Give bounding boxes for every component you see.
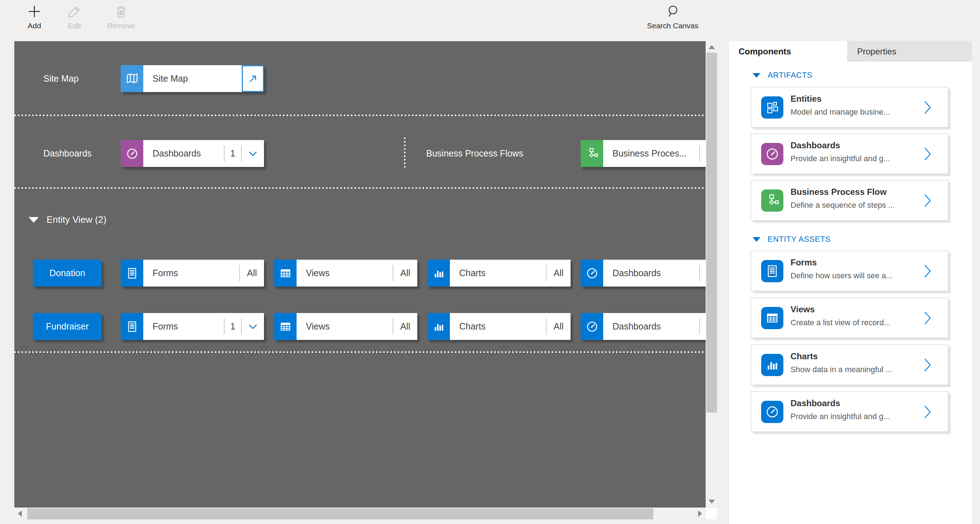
- trash-icon: [94, 4, 148, 20]
- scrollbar-corner: [706, 508, 717, 519]
- tile-title: Dashboards: [603, 260, 699, 287]
- tab-components[interactable]: Components: [729, 41, 847, 62]
- tile-title: Views: [297, 260, 393, 287]
- chevron-right-icon[interactable]: [924, 311, 932, 327]
- toolbar: Add Edit Remove Search Canvas: [0, 0, 980, 41]
- card-charts[interactable]: Charts Show data in a meaningful ...: [751, 344, 948, 385]
- tile-title: Forms: [143, 260, 239, 287]
- vertical-scrollbar[interactable]: [706, 41, 717, 508]
- tile-value: All: [393, 260, 417, 287]
- tile-value: All: [240, 260, 264, 287]
- separator-dotted: [14, 351, 706, 353]
- entity-view-header[interactable]: Entity View (2): [29, 214, 107, 225]
- designer-canvas: Site Map Site Map Dashboards Dashboards …: [14, 41, 706, 508]
- tile-title: Forms: [143, 313, 224, 340]
- open-designer-button[interactable]: [242, 65, 264, 92]
- entities-icon: [761, 96, 783, 119]
- dashboards-row-label: Dashboards: [43, 148, 92, 159]
- tab-properties[interactable]: Properties: [847, 41, 972, 62]
- card-business-process-flow[interactable]: Business Process Flow Define a sequence …: [751, 180, 948, 221]
- card-forms[interactable]: Forms Define how users will see a...: [751, 251, 948, 291]
- card-dashboards-artifact[interactable]: Dashboards Provide an insightful and g..…: [751, 134, 948, 174]
- bpf-row-label: Business Process Flows: [426, 148, 523, 159]
- tile-value: All: [547, 313, 571, 340]
- scroll-left-arrow[interactable]: [18, 510, 22, 517]
- triangle-down-icon: [752, 73, 760, 78]
- card-title: Dashboards: [791, 140, 840, 150]
- horizontal-scrollbar-thumb[interactable]: [27, 508, 653, 519]
- chevron-right-icon[interactable]: [924, 147, 932, 162]
- chevron-right-icon[interactable]: [924, 100, 932, 116]
- table-icon: [274, 313, 297, 340]
- scroll-right-arrow[interactable]: [698, 510, 702, 517]
- chevron-down-icon[interactable]: [242, 140, 264, 167]
- card-views[interactable]: Views Create a list view of record...: [751, 298, 948, 338]
- artifacts-section-header[interactable]: ARTIFACTS: [752, 70, 812, 80]
- search-canvas-label: Search Canvas: [646, 21, 700, 30]
- chevron-down-icon[interactable]: [242, 313, 264, 340]
- components-panel: Components Properties ARTIFACTS Entities…: [728, 41, 980, 524]
- card-desc: Define a sequence of steps ...: [791, 201, 895, 210]
- pencil-icon: [48, 4, 101, 20]
- card-title: Entities: [791, 94, 822, 104]
- chevron-right-icon[interactable]: [924, 264, 932, 280]
- scroll-down-arrow[interactable]: [708, 500, 715, 503]
- chevron-right-icon[interactable]: [924, 193, 932, 209]
- triangle-down-icon: [752, 237, 760, 242]
- fundraiser-dashboards-tile[interactable]: Dashboards All: [581, 313, 706, 340]
- sitemap-tile-title: Site Map: [143, 65, 242, 92]
- form-icon: [121, 313, 143, 340]
- fundraiser-forms-tile[interactable]: Forms 1: [121, 313, 264, 340]
- edit-button[interactable]: Edit: [48, 4, 101, 30]
- scroll-up-arrow[interactable]: [708, 45, 715, 49]
- entity-button-donation[interactable]: Donation: [33, 260, 102, 287]
- entity-button-fundraiser[interactable]: Fundraiser: [33, 313, 102, 340]
- card-dashboards-asset[interactable]: Dashboards Provide an insightful and g..…: [751, 392, 948, 432]
- entity-assets-header-label: ENTITY ASSETS: [768, 234, 830, 244]
- card-desc: Provide an insightful and g...: [791, 154, 890, 163]
- bar-chart-icon: [427, 313, 450, 340]
- card-entities[interactable]: Entities Model and manage busine...: [751, 87, 948, 127]
- sitemap-tile[interactable]: Site Map: [121, 65, 264, 92]
- donation-dashboards-tile[interactable]: Dashboards All: [581, 260, 706, 287]
- fundraiser-views-tile[interactable]: Views All: [274, 313, 417, 340]
- card-desc: Define how users will see a...: [791, 271, 892, 280]
- bar-chart-icon: [427, 260, 450, 287]
- gauge-icon: [761, 143, 783, 165]
- panel-tabs: Components Properties: [729, 41, 980, 62]
- separator-dotted: [14, 187, 706, 189]
- flow-icon: [761, 190, 783, 212]
- card-desc: Show data in a meaningful ...: [791, 365, 892, 374]
- donation-charts-tile[interactable]: Charts All: [427, 260, 571, 287]
- bpf-tile-value: All: [700, 140, 706, 167]
- card-title: Dashboards: [791, 398, 840, 408]
- chevron-right-icon[interactable]: [924, 405, 932, 420]
- dashboards-tile[interactable]: Dashboards 1: [121, 140, 264, 167]
- search-canvas-button[interactable]: Search Canvas: [646, 4, 700, 30]
- vertical-scrollbar-thumb[interactable]: [706, 53, 717, 413]
- gauge-icon: [761, 401, 783, 423]
- sitemap-row-label: Site Map: [43, 73, 79, 84]
- bpf-tile-title: Business Proces...: [603, 140, 699, 167]
- search-icon: [646, 4, 700, 20]
- map-icon: [121, 65, 143, 92]
- card-desc: Model and manage busine...: [791, 107, 890, 117]
- card-title: Business Process Flow: [791, 187, 886, 197]
- chevron-right-icon[interactable]: [924, 358, 932, 374]
- gauge-icon: [121, 140, 143, 167]
- table-icon: [274, 260, 297, 287]
- bpf-tile[interactable]: Business Proces... All: [581, 140, 706, 167]
- fundraiser-charts-tile[interactable]: Charts All: [427, 313, 571, 340]
- donation-views-tile[interactable]: Views All: [274, 260, 417, 287]
- remove-button[interactable]: Remove: [94, 4, 148, 30]
- tile-title: Charts: [450, 313, 546, 340]
- tile-title: Dashboards: [603, 313, 699, 340]
- app-designer: Add Edit Remove Search Canvas Site Map: [0, 0, 980, 524]
- panel-gutter: [972, 41, 980, 524]
- card-title: Forms: [791, 258, 817, 268]
- donation-forms-tile[interactable]: Forms All: [121, 260, 264, 287]
- form-icon: [761, 260, 783, 282]
- gauge-icon: [581, 313, 603, 340]
- horizontal-scrollbar[interactable]: [14, 508, 706, 519]
- entity-assets-section-header[interactable]: ENTITY ASSETS: [752, 234, 830, 244]
